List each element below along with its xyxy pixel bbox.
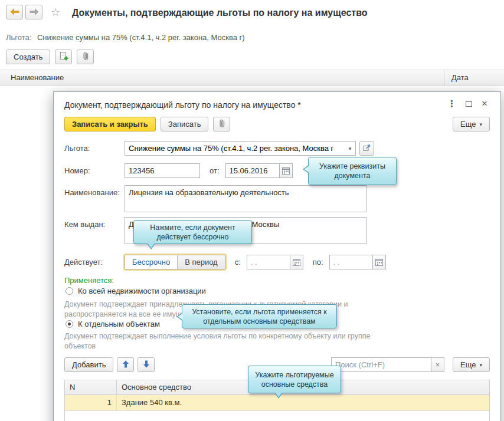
radio-individual-objects-hint: Документ подтверждает выполнение условия…	[64, 331, 398, 351]
dialog-attachments-button[interactable]	[213, 117, 230, 131]
column-header-n[interactable]: N	[65, 380, 117, 394]
dialog-title: Документ, подтверждающий льготу по налог…	[64, 100, 301, 110]
tooltip-text: Установите, если льгота применяется к от…	[187, 307, 332, 326]
calendar-icon[interactable]	[290, 255, 303, 269]
forward-button[interactable]	[25, 5, 42, 19]
termless-toggle-button[interactable]: Бессрочно	[125, 255, 177, 269]
benefit-combo-input[interactable]: Снижение суммы на 75% (ст.4.1, ч.2 рег. …	[125, 141, 356, 156]
document-date-input[interactable]: 15.06.2016	[225, 163, 280, 178]
new-document-icon	[59, 51, 68, 63]
period-from-placeholder: . .	[251, 258, 257, 267]
back-button[interactable]	[6, 5, 23, 19]
paperclip-icon	[81, 51, 90, 63]
paperclip-icon	[218, 119, 226, 130]
period-from-input[interactable]: . .	[247, 255, 290, 269]
radio-all-property-label: Ко всей недвижимости организации	[78, 287, 206, 295]
tooltip-individual-objects: Установите, если льгота применяется к от…	[182, 304, 337, 328]
column-header-name[interactable]: Наименование	[11, 73, 64, 82]
row-number-cell: 1	[65, 395, 117, 410]
arrow-up-icon	[122, 360, 129, 370]
tooltip-text: Укажите льготируемые основные средства	[253, 370, 336, 389]
back-arrow-icon	[10, 7, 19, 18]
chevron-down-icon[interactable]: ▾	[345, 142, 355, 155]
radio-all-property[interactable]: Ко всей недвижимости организации	[66, 287, 206, 295]
add-row-button[interactable]: Добавить	[64, 357, 113, 372]
search-input[interactable]: Поиск (Ctrl+F)	[331, 357, 431, 372]
open-link-icon	[363, 143, 371, 154]
period-to-input[interactable]: . .	[329, 255, 373, 269]
calendar-icon[interactable]	[280, 163, 293, 178]
period-toggle-button[interactable]: В период	[177, 255, 225, 269]
benefit-line: Льгота: Снижение суммы на 75% (ст.4.1, ч…	[6, 33, 245, 42]
benefit-field-label: Льгота:	[64, 141, 125, 153]
page-toolbar: Создать	[6, 50, 94, 64]
calendar-icon[interactable]	[373, 255, 386, 269]
radio-icon	[66, 287, 73, 295]
move-up-button[interactable]	[117, 357, 134, 372]
benefit-value: Снижение суммы на 75% (ст.4.1, ч.2 рег. …	[37, 33, 245, 42]
benefit-field-row: Льгота: Снижение суммы на 75% (ст.4.1, ч…	[64, 141, 374, 156]
name-field-row: Наименование: Лицензия на образовательну…	[64, 185, 366, 212]
favorite-star-icon[interactable]: ☆	[51, 6, 60, 19]
create-new-document-button[interactable]	[55, 50, 72, 64]
period-from-label: с:	[235, 258, 241, 267]
period-to-placeholder: . .	[333, 258, 340, 267]
assets-more-button[interactable]: Еще ▾	[453, 357, 490, 372]
document-list-header: Наименование Дата	[0, 70, 504, 85]
tooltip-text: Укажите реквизиты документа	[313, 162, 391, 180]
document-date-value: 15.06.2016	[230, 166, 268, 175]
open-benefit-button[interactable]	[359, 141, 374, 156]
radio-individual-objects-label: К отдельным объектам	[78, 320, 160, 328]
save-button[interactable]: Записать	[161, 117, 209, 131]
name-field-label: Наименование:	[64, 185, 125, 197]
dialog-more-button[interactable]: Еще ▾	[453, 117, 490, 131]
clear-search-icon[interactable]: ×	[431, 357, 444, 372]
more-button-label: Еще	[460, 120, 476, 129]
radio-selected-icon	[66, 320, 73, 328]
name-value: Лицензия на образовательную деятельность	[129, 188, 289, 197]
arrow-down-icon	[143, 360, 150, 370]
dialog-window-controls: ⋮ ×	[447, 98, 487, 109]
navigation-bar: ☆	[6, 5, 60, 19]
search-placeholder: Поиск (Ctrl+F)	[335, 360, 385, 369]
date-from-label: от:	[210, 166, 220, 175]
page-title: Документы, подтверждающие льготы по нало…	[72, 8, 368, 18]
document-date-group: 15.06.2016	[225, 163, 293, 178]
more-button-label: Еще	[460, 360, 476, 369]
number-value: 123456	[129, 166, 154, 175]
maximize-icon[interactable]	[466, 101, 472, 107]
radio-individual-objects[interactable]: К отдельным объектам	[66, 320, 160, 328]
applies-label: Применяется:	[64, 276, 114, 285]
issuer-field-label: Кем выдан:	[64, 217, 125, 229]
number-field-label: Номер:	[64, 163, 125, 175]
forward-arrow-icon	[30, 7, 39, 18]
column-header-date[interactable]: Дата	[444, 70, 469, 85]
dialog-command-bar: Записать и закрыть Записать Еще ▾	[64, 117, 490, 131]
period-to-label: по:	[313, 258, 323, 267]
tooltip-document-requisites: Укажите реквизиты документа	[308, 157, 397, 185]
attachments-button[interactable]	[77, 50, 94, 64]
close-icon[interactable]: ×	[482, 100, 487, 107]
name-textarea[interactable]: Лицензия на образовательную деятельность	[125, 185, 366, 212]
number-input[interactable]: 123456	[125, 163, 200, 178]
table-empty-area	[65, 411, 489, 421]
dialog-menu-icon[interactable]: ⋮	[447, 98, 456, 109]
validity-field-label: Действует:	[64, 255, 125, 267]
tooltip-termless: Нажмите, если документ действует бессроч…	[133, 220, 252, 244]
tooltip-benefit-assets: Укажите льготируемые основные средства	[248, 366, 341, 393]
benefit-label: Льгота:	[6, 33, 31, 42]
move-down-button[interactable]	[138, 357, 155, 372]
row-asset-cell: Здание 540 кв.м.	[117, 395, 489, 410]
benefit-combo-value: Снижение суммы на 75% (ст.4.1, ч.2 рег. …	[129, 144, 333, 153]
period-from-group: . .	[247, 255, 303, 269]
save-and-close-button[interactable]: Записать и закрыть	[64, 117, 156, 131]
tooltip-text: Нажмите, если документ действует бессроч…	[139, 223, 247, 242]
chevron-down-icon: ▾	[479, 121, 482, 127]
validity-toggle: Бессрочно В период	[125, 255, 225, 269]
validity-field-row: Действует: Бессрочно В период с: . . по:…	[64, 255, 386, 269]
screen: ☆ Документы, подтверждающие льготы по на…	[0, 0, 504, 421]
create-button[interactable]: Создать	[6, 50, 50, 64]
number-field-row: Номер: 123456 от: 15.06.2016	[64, 163, 293, 178]
period-to-group: . .	[329, 255, 386, 269]
chevron-down-icon: ▾	[479, 362, 482, 368]
